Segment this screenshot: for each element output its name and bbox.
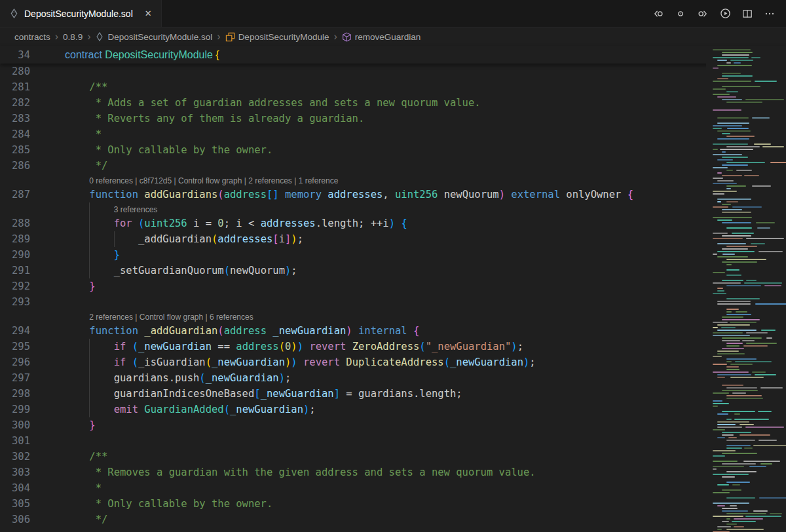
- line-number[interactable]: 305: [0, 496, 30, 512]
- indent-guide: [89, 386, 90, 402]
- code-line[interactable]: 291 _setGuardianQuorum(newQuorum);: [0, 263, 786, 278]
- codelens[interactable]: 2 references | Control flow graph | 6 re…: [0, 310, 786, 323]
- breadcrumb-label: removeGuardian: [355, 32, 421, 42]
- indent-guide: [89, 263, 90, 278]
- code-line[interactable]: 301: [0, 433, 786, 449]
- code-line[interactable]: 286 */: [0, 158, 786, 174]
- previous-reference-icon[interactable]: [651, 7, 665, 21]
- solidity-file-icon: [95, 32, 104, 41]
- code-line[interactable]: 280: [0, 64, 786, 79]
- minimap[interactable]: [706, 46, 786, 532]
- line-number[interactable]: 289: [0, 231, 30, 247]
- split-editor-icon[interactable]: [740, 7, 755, 21]
- code-line[interactable]: 303 * Removes a guardian with the given …: [0, 465, 786, 480]
- indent-guide: [89, 339, 90, 354]
- code-line[interactable]: 285 * Only callable by the owner.: [0, 142, 786, 158]
- tab-title: DepositSecurityModule.sol: [24, 9, 133, 19]
- line-number[interactable]: 293: [0, 294, 30, 310]
- code-line[interactable]: 293: [0, 294, 786, 310]
- code-line[interactable]: 292 }: [0, 278, 786, 294]
- code-line[interactable]: 281 /**: [0, 79, 786, 95]
- line-number[interactable]: 287: [0, 187, 30, 202]
- breadcrumb-label: 0.8.9: [63, 32, 83, 42]
- line-number[interactable]: 282: [0, 95, 30, 111]
- line-number[interactable]: 294: [0, 323, 30, 339]
- reference-icon[interactable]: [673, 7, 688, 21]
- line-number[interactable]: 283: [0, 111, 30, 126]
- sticky-line-number: 34: [0, 49, 30, 61]
- indent-guide: [89, 247, 90, 263]
- breadcrumb-label: DepositSecurityModule: [238, 32, 329, 42]
- code-line[interactable]: 294 function _addGuardian(address _newGu…: [0, 323, 786, 339]
- line-number[interactable]: 280: [0, 64, 30, 79]
- code-line[interactable]: 305 * Only callable by the owner.: [0, 496, 786, 512]
- breadcrumb-separator: ›: [333, 31, 337, 42]
- line-number[interactable]: 300: [0, 417, 30, 433]
- line-number[interactable]: 299: [0, 402, 30, 417]
- code-rows: 280281 /**282 * Adds a set of guardian a…: [0, 64, 786, 527]
- line-number[interactable]: 290: [0, 247, 30, 263]
- line-number[interactable]: 286: [0, 158, 30, 174]
- indent-guide: [89, 231, 90, 247]
- breadcrumb-item[interactable]: 0.8.9: [63, 32, 83, 42]
- codelens-links[interactable]: 3 references: [114, 205, 158, 214]
- editor: 34 contract DepositSecurityModule { 2802…: [0, 46, 786, 532]
- code-line[interactable]: 287 function addGuardians(address[] memo…: [0, 187, 786, 202]
- breadcrumb-separator: ›: [87, 31, 90, 42]
- breadcrumb-label: contracts: [14, 32, 50, 42]
- codelens-links[interactable]: 2 references | Control flow graph | 6 re…: [89, 313, 253, 322]
- breadcrumb-label: DepositSecurityModule.sol: [107, 32, 212, 42]
- line-number[interactable]: 303: [0, 465, 30, 480]
- breadcrumb-item[interactable]: DepositSecurityModule.sol: [95, 32, 212, 42]
- indent-guide: [89, 402, 90, 417]
- solidity-icon: [9, 9, 19, 18]
- code-line[interactable]: 288 for (uint256 i = 0; i < addresses.le…: [0, 216, 786, 231]
- more-actions-icon[interactable]: [762, 7, 777, 21]
- code-line[interactable]: 296 if (_isGuardian(_newGuardian)) rever…: [0, 354, 786, 370]
- line-number[interactable]: 284: [0, 126, 30, 142]
- code-line[interactable]: 299 emit GuardianAdded(_newGuardian);: [0, 402, 786, 417]
- line-number[interactable]: 306: [0, 512, 30, 527]
- line-number[interactable]: 288: [0, 216, 30, 231]
- line-number[interactable]: 296: [0, 354, 30, 370]
- tab-close-icon[interactable]: ✕: [145, 9, 152, 18]
- breadcrumb-item[interactable]: removeGuardian: [342, 32, 421, 42]
- codelens[interactable]: 0 references | c8f712d5 | Control flow g…: [0, 174, 786, 187]
- run-icon[interactable]: [718, 7, 732, 21]
- line-number[interactable]: 285: [0, 142, 30, 158]
- breadcrumb-item[interactable]: DepositSecurityModule: [225, 32, 329, 42]
- symbol-method-icon: [342, 32, 352, 42]
- line-number[interactable]: 301: [0, 433, 30, 449]
- code-line[interactable]: 306 */: [0, 512, 786, 527]
- line-number[interactable]: 295: [0, 339, 30, 354]
- code-line[interactable]: 300 }: [0, 417, 786, 433]
- line-number[interactable]: 291: [0, 263, 30, 278]
- code-line[interactable]: 290 }: [0, 247, 786, 263]
- line-number[interactable]: 281: [0, 79, 30, 95]
- codelens-links[interactable]: 0 references | c8f712d5 | Control flow g…: [89, 176, 338, 185]
- code-line[interactable]: 304 *: [0, 480, 786, 496]
- codelens[interactable]: 3 references: [0, 202, 786, 216]
- line-number[interactable]: 302: [0, 449, 30, 465]
- code-line[interactable]: 297 guardians.push(_newGuardian);: [0, 370, 786, 386]
- breadcrumb-separator: ›: [55, 31, 58, 42]
- line-number[interactable]: 298: [0, 386, 30, 402]
- code-line[interactable]: 284 *: [0, 126, 786, 142]
- line-number[interactable]: 292: [0, 278, 30, 294]
- code-line[interactable]: 295 if (_newGuardian == address(0)) reve…: [0, 339, 786, 354]
- sticky-scroll-line[interactable]: 34 contract DepositSecurityModule {: [0, 46, 786, 64]
- code-line[interactable]: 282 * Adds a set of guardian addresses a…: [0, 95, 786, 111]
- breadcrumb-item[interactable]: contracts: [14, 32, 50, 42]
- line-number[interactable]: 304: [0, 480, 30, 496]
- line-number[interactable]: 297: [0, 370, 30, 386]
- indent-guide: [89, 354, 90, 370]
- code-line[interactable]: 302 /**: [0, 449, 786, 465]
- minimap-content: [713, 49, 782, 532]
- code-line[interactable]: 298 guardianIndicesOneBased[_newGuardian…: [0, 386, 786, 402]
- breadcrumb: contracts›0.8.9›DepositSecurityModule.so…: [0, 28, 786, 46]
- editor-tab[interactable]: DepositSecurityModule.sol ✕: [0, 0, 162, 27]
- code-line[interactable]: 289 _addGuardian(addresses[i]);: [0, 231, 786, 247]
- next-reference-icon[interactable]: [696, 7, 710, 21]
- breadcrumb-separator: ›: [217, 31, 220, 42]
- code-line[interactable]: 283 * Reverts any of them is already a g…: [0, 111, 786, 126]
